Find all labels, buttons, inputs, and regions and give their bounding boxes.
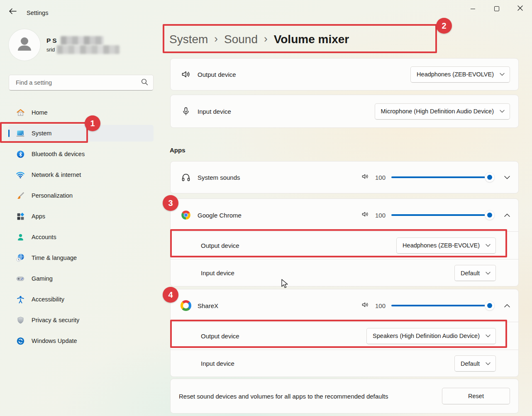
breadcrumb-sound[interactable]: Sound	[224, 33, 258, 46]
system-sounds-card: System sounds 100	[170, 161, 519, 193]
volume-slider[interactable]	[391, 210, 494, 220]
page-title: Volume mixer	[274, 33, 349, 46]
minimize-icon	[471, 9, 475, 9]
sidebar-item-system[interactable]: System	[8, 125, 154, 142]
breadcrumb-separator-icon: ›	[264, 32, 268, 45]
sidebar-item-label: System	[32, 130, 51, 137]
redacted-name-block	[61, 36, 104, 45]
sidebar-item-home[interactable]: Home	[8, 104, 154, 121]
sidebar-item-label: Time & language	[32, 254, 77, 261]
slider-track[interactable]	[391, 214, 494, 216]
volume-speaker-icon	[361, 172, 369, 182]
sidebar-item-label: Gaming	[32, 275, 53, 282]
gaming-icon	[16, 274, 25, 283]
speaker-icon	[181, 69, 191, 80]
sidebar-item-gaming[interactable]: Gaming	[8, 270, 154, 287]
sharex-card: ShareX 100 Output device Speakers (High …	[170, 289, 519, 377]
input-device-dropdown[interactable]: Microphone (High Definition Audio Device…	[375, 103, 510, 120]
time-language-icon	[16, 253, 25, 262]
slider-thumb[interactable]	[485, 210, 494, 220]
chevron-down-icon	[500, 73, 505, 76]
collapse-chevron-up-icon[interactable]	[504, 213, 510, 217]
chrome-input-device-value: Default	[461, 270, 480, 277]
person-icon	[15, 34, 34, 56]
sidebar-item-personalization[interactable]: Personalization	[8, 187, 154, 204]
window-controls	[461, 0, 532, 17]
volume-slider[interactable]	[391, 301, 494, 310]
output-device-card: Output device Headphones (ZEB-EVOLVE)	[170, 58, 519, 91]
minimize-button[interactable]	[461, 0, 485, 17]
input-device-value: Microphone (High Definition Audio Device…	[381, 108, 494, 115]
sidebar-item-network-internet[interactable]: Network & internet	[8, 166, 154, 183]
search-box[interactable]	[9, 75, 154, 91]
sidebar-item-label: Bluetooth & devices	[32, 151, 85, 157]
sidebar-item-label: Windows Update	[32, 338, 77, 344]
close-button[interactable]	[508, 0, 532, 17]
microphone-icon	[181, 106, 191, 117]
sharex-input-device-dropdown[interactable]: Default	[454, 355, 496, 372]
network-icon	[16, 170, 25, 179]
accessibility-icon	[16, 295, 25, 304]
sidebar-item-accounts[interactable]: Accounts	[8, 229, 154, 245]
volume-value: 100	[374, 174, 386, 181]
bluetooth-icon	[16, 149, 25, 159]
profile-email: srid	[46, 47, 55, 53]
sidebar-item-time-language[interactable]: Time & language	[8, 250, 154, 266]
apps-section-heading: Apps	[170, 147, 185, 154]
profile-name: P S	[46, 37, 57, 44]
chrome-input-device-dropdown[interactable]: Default	[454, 265, 496, 281]
windows-update-icon	[16, 336, 25, 345]
personalization-icon	[16, 191, 25, 200]
maximize-button[interactable]	[485, 0, 508, 17]
slider-thumb[interactable]	[485, 173, 494, 182]
close-icon	[517, 5, 523, 12]
app-name: System sounds	[198, 174, 240, 181]
accounts-icon	[16, 232, 25, 242]
sidebar-item-apps[interactable]: Apps	[8, 208, 154, 225]
collapse-chevron-up-icon[interactable]	[504, 304, 510, 308]
sidebar-item-accessibility[interactable]: Accessibility	[8, 291, 154, 308]
volume-speaker-icon	[361, 210, 369, 220]
sharex-output-device-label: Output device	[201, 333, 239, 340]
chevron-down-icon	[486, 334, 491, 338]
reset-card: Reset sound devices and volumes for all …	[170, 379, 519, 414]
volume-value: 100	[374, 302, 386, 309]
breadcrumb-system[interactable]: System	[169, 33, 208, 46]
output-device-dropdown[interactable]: Headphones (ZEB-EVOLVE)	[410, 66, 510, 83]
selected-indicator	[8, 130, 10, 137]
sharex-output-device-value: Speakers (High Definition Audio Device)	[373, 333, 480, 339]
reset-button[interactable]: Reset	[442, 388, 510, 404]
sidebar-item-bluetooth-devices[interactable]: Bluetooth & devices	[8, 146, 154, 162]
avatar[interactable]	[9, 29, 40, 61]
back-button[interactable]	[6, 6, 20, 18]
sharex-output-device-dropdown[interactable]: Speakers (High Definition Audio Device)	[366, 328, 496, 344]
app-title: Settings	[27, 10, 48, 16]
sidebar-item-windows-update[interactable]: Windows Update	[8, 333, 154, 349]
sharex-input-device-label: Input device	[201, 360, 234, 367]
breadcrumb: System › Sound › Volume mixer	[169, 30, 349, 49]
chrome-output-device-value: Headphones (ZEB-EVOLVE)	[403, 242, 480, 249]
slider-track[interactable]	[391, 176, 494, 178]
input-device-label: Input device	[198, 108, 231, 115]
annotation-badge-2: 2	[436, 18, 452, 34]
google-chrome-card: Google Chrome 100 Output device Headphon…	[170, 198, 519, 286]
output-device-label: Output device	[198, 71, 236, 78]
slider-thumb[interactable]	[485, 301, 494, 310]
input-device-card: Input device Microphone (High Definition…	[170, 95, 519, 128]
sidebar-item-label: Personalization	[32, 192, 73, 199]
sidebar-item-privacy-security[interactable]: Privacy & security	[8, 312, 154, 328]
volume-slider[interactable]	[391, 173, 494, 182]
chrome-output-device-dropdown[interactable]: Headphones (ZEB-EVOLVE)	[396, 237, 496, 254]
sidebar-item-label: Home	[32, 109, 48, 116]
output-device-value: Headphones (ZEB-EVOLVE)	[417, 71, 494, 78]
redacted-email-block	[57, 45, 120, 54]
search-input[interactable]	[11, 79, 141, 86]
sidebar-item-label: Accessibility	[32, 296, 64, 303]
slider-track[interactable]	[391, 305, 494, 306]
sharex-icon	[181, 300, 191, 311]
volume-speaker-icon	[361, 301, 369, 311]
sidebar-item-label: Apps	[32, 213, 45, 220]
expand-chevron-down-icon[interactable]	[504, 176, 510, 179]
chrome-output-device-label: Output device	[201, 242, 239, 249]
headphones-icon	[181, 172, 191, 183]
